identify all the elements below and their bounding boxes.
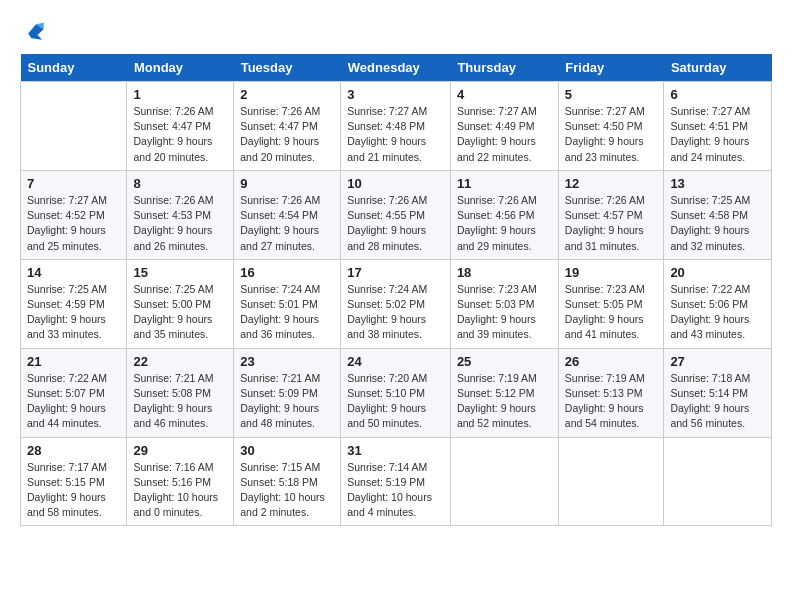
day-number: 1 [133,87,227,102]
week-row-5: 28Sunrise: 7:17 AMSunset: 5:15 PMDayligh… [21,437,772,526]
weekday-header-wednesday: Wednesday [341,54,451,82]
day-detail: Sunrise: 7:26 AMSunset: 4:57 PMDaylight:… [565,193,658,254]
day-number: 24 [347,354,444,369]
header [20,18,772,46]
calendar-cell: 28Sunrise: 7:17 AMSunset: 5:15 PMDayligh… [21,437,127,526]
calendar-cell: 17Sunrise: 7:24 AMSunset: 5:02 PMDayligh… [341,259,451,348]
calendar-cell: 31Sunrise: 7:14 AMSunset: 5:19 PMDayligh… [341,437,451,526]
week-row-3: 14Sunrise: 7:25 AMSunset: 4:59 PMDayligh… [21,259,772,348]
day-detail: Sunrise: 7:18 AMSunset: 5:14 PMDaylight:… [670,371,765,432]
day-number: 6 [670,87,765,102]
calendar-cell: 21Sunrise: 7:22 AMSunset: 5:07 PMDayligh… [21,348,127,437]
calendar-cell [664,437,772,526]
calendar-cell: 6Sunrise: 7:27 AMSunset: 4:51 PMDaylight… [664,82,772,171]
day-detail: Sunrise: 7:20 AMSunset: 5:10 PMDaylight:… [347,371,444,432]
day-number: 28 [27,443,120,458]
day-detail: Sunrise: 7:22 AMSunset: 5:06 PMDaylight:… [670,282,765,343]
calendar-cell [21,82,127,171]
day-detail: Sunrise: 7:24 AMSunset: 5:02 PMDaylight:… [347,282,444,343]
day-detail: Sunrise: 7:21 AMSunset: 5:09 PMDaylight:… [240,371,334,432]
day-detail: Sunrise: 7:27 AMSunset: 4:48 PMDaylight:… [347,104,444,165]
day-detail: Sunrise: 7:23 AMSunset: 5:05 PMDaylight:… [565,282,658,343]
calendar-cell: 23Sunrise: 7:21 AMSunset: 5:09 PMDayligh… [234,348,341,437]
calendar-cell: 7Sunrise: 7:27 AMSunset: 4:52 PMDaylight… [21,170,127,259]
day-detail: Sunrise: 7:26 AMSunset: 4:53 PMDaylight:… [133,193,227,254]
week-row-2: 7Sunrise: 7:27 AMSunset: 4:52 PMDaylight… [21,170,772,259]
week-row-1: 1Sunrise: 7:26 AMSunset: 4:47 PMDaylight… [21,82,772,171]
calendar-cell: 9Sunrise: 7:26 AMSunset: 4:54 PMDaylight… [234,170,341,259]
day-number: 3 [347,87,444,102]
page: SundayMondayTuesdayWednesdayThursdayFrid… [0,0,792,544]
calendar-cell: 15Sunrise: 7:25 AMSunset: 5:00 PMDayligh… [127,259,234,348]
day-detail: Sunrise: 7:17 AMSunset: 5:15 PMDaylight:… [27,460,120,521]
calendar-cell: 4Sunrise: 7:27 AMSunset: 4:49 PMDaylight… [450,82,558,171]
calendar-cell: 2Sunrise: 7:26 AMSunset: 4:47 PMDaylight… [234,82,341,171]
day-detail: Sunrise: 7:26 AMSunset: 4:56 PMDaylight:… [457,193,552,254]
calendar-cell: 11Sunrise: 7:26 AMSunset: 4:56 PMDayligh… [450,170,558,259]
calendar-cell: 26Sunrise: 7:19 AMSunset: 5:13 PMDayligh… [558,348,664,437]
day-detail: Sunrise: 7:19 AMSunset: 5:13 PMDaylight:… [565,371,658,432]
day-number: 2 [240,87,334,102]
day-detail: Sunrise: 7:25 AMSunset: 5:00 PMDaylight:… [133,282,227,343]
calendar-cell: 14Sunrise: 7:25 AMSunset: 4:59 PMDayligh… [21,259,127,348]
day-number: 21 [27,354,120,369]
day-detail: Sunrise: 7:27 AMSunset: 4:51 PMDaylight:… [670,104,765,165]
day-detail: Sunrise: 7:25 AMSunset: 4:58 PMDaylight:… [670,193,765,254]
day-detail: Sunrise: 7:26 AMSunset: 4:47 PMDaylight:… [133,104,227,165]
day-detail: Sunrise: 7:26 AMSunset: 4:47 PMDaylight:… [240,104,334,165]
calendar-cell: 1Sunrise: 7:26 AMSunset: 4:47 PMDaylight… [127,82,234,171]
day-number: 26 [565,354,658,369]
calendar-cell: 19Sunrise: 7:23 AMSunset: 5:05 PMDayligh… [558,259,664,348]
day-detail: Sunrise: 7:21 AMSunset: 5:08 PMDaylight:… [133,371,227,432]
calendar-cell: 24Sunrise: 7:20 AMSunset: 5:10 PMDayligh… [341,348,451,437]
calendar-table: SundayMondayTuesdayWednesdayThursdayFrid… [20,54,772,526]
calendar-cell: 10Sunrise: 7:26 AMSunset: 4:55 PMDayligh… [341,170,451,259]
calendar-cell: 29Sunrise: 7:16 AMSunset: 5:16 PMDayligh… [127,437,234,526]
day-number: 11 [457,176,552,191]
day-detail: Sunrise: 7:27 AMSunset: 4:49 PMDaylight:… [457,104,552,165]
day-number: 23 [240,354,334,369]
day-detail: Sunrise: 7:15 AMSunset: 5:18 PMDaylight:… [240,460,334,521]
day-number: 15 [133,265,227,280]
calendar-cell: 27Sunrise: 7:18 AMSunset: 5:14 PMDayligh… [664,348,772,437]
weekday-header-saturday: Saturday [664,54,772,82]
weekday-header-monday: Monday [127,54,234,82]
day-detail: Sunrise: 7:19 AMSunset: 5:12 PMDaylight:… [457,371,552,432]
day-number: 14 [27,265,120,280]
day-detail: Sunrise: 7:26 AMSunset: 4:54 PMDaylight:… [240,193,334,254]
day-detail: Sunrise: 7:27 AMSunset: 4:50 PMDaylight:… [565,104,658,165]
calendar-cell: 20Sunrise: 7:22 AMSunset: 5:06 PMDayligh… [664,259,772,348]
day-number: 30 [240,443,334,458]
calendar-cell: 5Sunrise: 7:27 AMSunset: 4:50 PMDaylight… [558,82,664,171]
day-number: 17 [347,265,444,280]
calendar-cell: 22Sunrise: 7:21 AMSunset: 5:08 PMDayligh… [127,348,234,437]
calendar-cell: 25Sunrise: 7:19 AMSunset: 5:12 PMDayligh… [450,348,558,437]
calendar-cell: 8Sunrise: 7:26 AMSunset: 4:53 PMDaylight… [127,170,234,259]
week-row-4: 21Sunrise: 7:22 AMSunset: 5:07 PMDayligh… [21,348,772,437]
day-detail: Sunrise: 7:25 AMSunset: 4:59 PMDaylight:… [27,282,120,343]
day-number: 9 [240,176,334,191]
day-number: 22 [133,354,227,369]
day-number: 29 [133,443,227,458]
day-number: 27 [670,354,765,369]
day-number: 7 [27,176,120,191]
calendar-cell: 16Sunrise: 7:24 AMSunset: 5:01 PMDayligh… [234,259,341,348]
day-number: 16 [240,265,334,280]
day-number: 25 [457,354,552,369]
day-number: 10 [347,176,444,191]
day-detail: Sunrise: 7:22 AMSunset: 5:07 PMDaylight:… [27,371,120,432]
day-number: 20 [670,265,765,280]
calendar-cell: 18Sunrise: 7:23 AMSunset: 5:03 PMDayligh… [450,259,558,348]
calendar-cell: 13Sunrise: 7:25 AMSunset: 4:58 PMDayligh… [664,170,772,259]
logo-bird-icon [22,18,50,46]
weekday-header-tuesday: Tuesday [234,54,341,82]
day-detail: Sunrise: 7:14 AMSunset: 5:19 PMDaylight:… [347,460,444,521]
day-number: 19 [565,265,658,280]
weekday-header-thursday: Thursday [450,54,558,82]
calendar-cell [450,437,558,526]
calendar-cell [558,437,664,526]
day-number: 13 [670,176,765,191]
calendar-cell: 12Sunrise: 7:26 AMSunset: 4:57 PMDayligh… [558,170,664,259]
day-number: 4 [457,87,552,102]
day-detail: Sunrise: 7:16 AMSunset: 5:16 PMDaylight:… [133,460,227,521]
